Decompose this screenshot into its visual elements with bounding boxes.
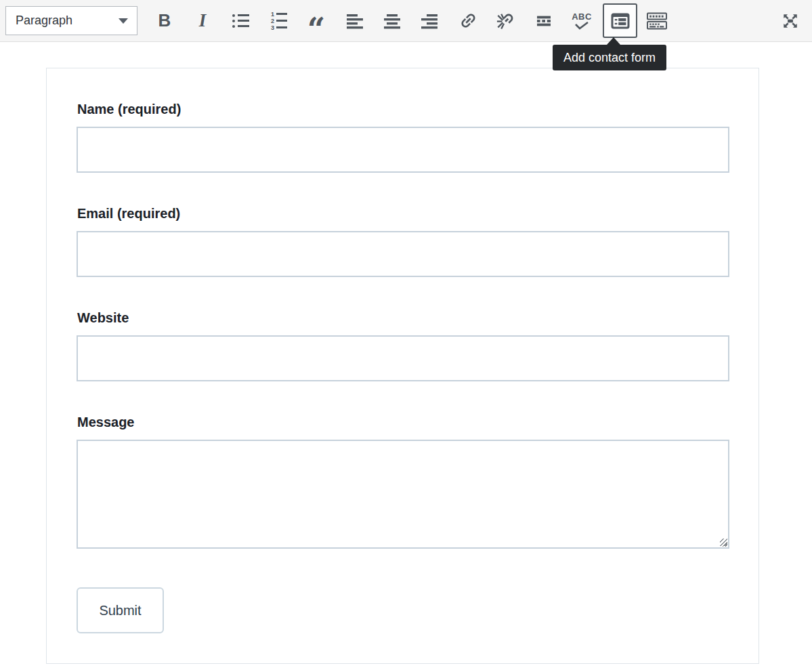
spellcheck-button[interactable]: ABC (563, 5, 601, 37)
keyboard-icon (647, 12, 667, 30)
contact-form-preview: Name (required) Email (required) Website… (46, 68, 759, 664)
align-center-icon (383, 13, 401, 29)
editor-canvas: Name (required) Email (required) Website… (0, 68, 812, 664)
unlink-icon (496, 12, 515, 30)
bold-button[interactable]: B (146, 5, 184, 37)
website-field-label: Website (77, 310, 729, 325)
editor-toolbar: Paragraph B I 1 2 3 “ (0, 0, 812, 42)
add-contact-form-button[interactable] (603, 3, 637, 38)
toolbar-buttons: B I 1 2 3 “ (146, 3, 805, 38)
italic-icon: I (199, 10, 207, 31)
spellcheck-icon: ABC (572, 12, 592, 30)
insert-more-tag-button[interactable] (525, 5, 563, 37)
add-contact-form-tooltip: Add contact form (553, 45, 666, 70)
message-textarea[interactable] (77, 440, 729, 549)
chevron-down-icon (119, 18, 128, 24)
italic-button[interactable]: I (184, 5, 221, 37)
message-field-label: Message (77, 415, 729, 429)
submit-button[interactable]: Submit (77, 587, 164, 633)
numbered-list-button[interactable]: 1 2 3 (259, 5, 297, 37)
remove-link-button[interactable] (487, 5, 525, 37)
align-left-icon (345, 13, 363, 29)
blockquote-icon: “ (307, 26, 325, 33)
align-left-button[interactable] (335, 5, 373, 37)
bulleted-list-icon (232, 14, 249, 28)
more-tag-icon (535, 13, 553, 29)
fullscreen-button[interactable] (775, 5, 805, 37)
blockquote-button[interactable]: “ (297, 5, 335, 37)
align-center-button[interactable] (373, 5, 411, 37)
bulleted-list-button[interactable] (221, 5, 259, 37)
bold-icon: B (158, 10, 171, 31)
align-right-button[interactable] (411, 5, 449, 37)
email-field-label: Email (required) (77, 206, 729, 221)
paragraph-style-value: Paragraph (16, 14, 72, 28)
contact-form-icon (610, 12, 631, 30)
name-input[interactable] (77, 127, 729, 173)
align-right-icon (421, 13, 439, 29)
paragraph-style-dropdown[interactable]: Paragraph (5, 6, 137, 35)
website-input[interactable] (77, 335, 729, 381)
toolbar-toggle-button[interactable] (639, 5, 675, 37)
tooltip-text: Add contact form (563, 51, 656, 64)
name-field-label: Name (required) (77, 102, 729, 117)
email-input[interactable] (77, 231, 729, 277)
link-icon (459, 12, 477, 30)
fullscreen-icon (780, 12, 800, 30)
insert-link-button[interactable] (449, 5, 487, 37)
numbered-list-icon: 1 2 3 (270, 12, 287, 30)
